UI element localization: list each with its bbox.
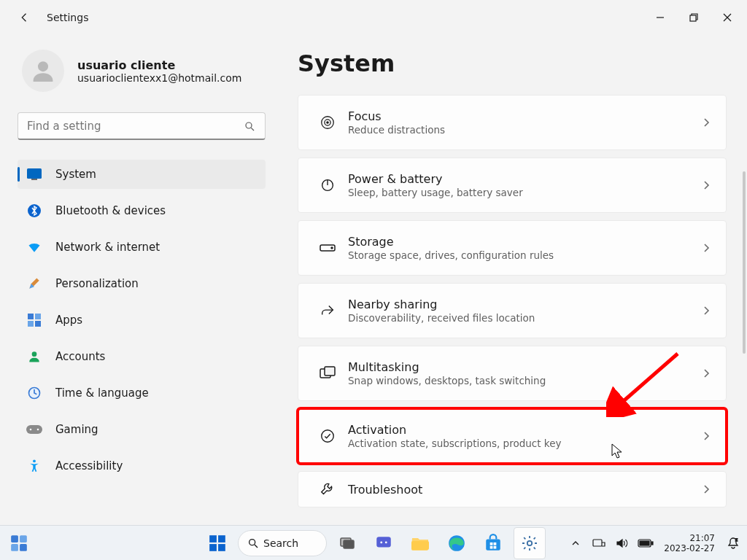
tile-multitasking[interactable]: MultitaskingSnap windows, desktops, task… — [298, 346, 727, 401]
taskbar-chat[interactable] — [368, 527, 400, 559]
search-input[interactable] — [27, 120, 240, 133]
svg-point-44 — [380, 541, 382, 543]
taskbar-explorer[interactable] — [404, 527, 436, 559]
multitasking-icon — [313, 366, 342, 381]
tray-date: 2023-02-27 — [664, 543, 715, 553]
avatar — [22, 50, 64, 92]
wifi-icon — [26, 239, 42, 255]
troubleshoot-icon — [313, 481, 342, 497]
content-panel: System FocusReduce distractions Power & … — [277, 35, 747, 525]
nav-label: Gaming — [55, 423, 98, 436]
svg-rect-12 — [28, 321, 34, 327]
tile-title: Power & battery — [348, 172, 700, 186]
close-button[interactable] — [711, 6, 744, 29]
nav-item-system[interactable]: System — [18, 160, 266, 189]
taskbar-store[interactable] — [477, 527, 509, 559]
nav-item-apps[interactable]: Apps — [18, 306, 266, 335]
tile-focus[interactable]: FocusReduce distractions — [298, 95, 727, 150]
svg-point-5 — [246, 122, 252, 128]
clock-globe-icon — [26, 385, 42, 401]
tray-battery-icon[interactable] — [638, 535, 654, 551]
tile-storage[interactable]: StorageStorage space, drives, configurat… — [298, 220, 727, 276]
svg-line-40 — [255, 545, 258, 548]
svg-rect-42 — [344, 540, 354, 548]
svg-point-22 — [327, 122, 328, 123]
nav-label: Personalization — [55, 277, 139, 290]
tray-notifications-icon[interactable]: z — [725, 535, 741, 551]
nav-label: Bluetooth & devices — [55, 204, 166, 217]
widgets-button[interactable] — [3, 527, 35, 559]
page-title: System — [298, 50, 727, 77]
tray-volume-icon[interactable] — [614, 535, 630, 551]
svg-point-19 — [33, 459, 36, 462]
power-icon — [313, 177, 342, 193]
svg-line-6 — [251, 128, 254, 131]
tile-desc: Reduce distractions — [348, 124, 700, 136]
start-button[interactable] — [201, 527, 233, 559]
tile-desc: Activation state, subscriptions, product… — [348, 438, 700, 449]
taskbar-edge[interactable] — [441, 527, 473, 559]
svg-rect-10 — [28, 314, 34, 319]
tile-title: Troubleshoot — [348, 483, 700, 497]
svg-rect-57 — [640, 541, 649, 545]
tile-desc: Storage space, drives, configuration rul… — [348, 249, 700, 261]
nav-label: Network & internet — [55, 241, 160, 254]
svg-rect-56 — [651, 542, 653, 545]
svg-point-18 — [37, 429, 39, 431]
nav-item-network[interactable]: Network & internet — [18, 233, 266, 262]
svg-rect-51 — [490, 545, 493, 548]
tile-desc: Snap windows, desktops, task switching — [348, 375, 700, 386]
accessibility-icon — [26, 458, 42, 474]
chevron-right-icon — [700, 368, 713, 378]
svg-point-4 — [38, 61, 48, 71]
tile-troubleshoot[interactable]: Troubleshoot — [298, 471, 727, 508]
svg-rect-46 — [411, 541, 429, 550]
tile-power-battery[interactable]: Power & batterySleep, battery usage, bat… — [298, 158, 727, 213]
taskbar-search[interactable]: Search — [238, 530, 327, 556]
chevron-right-icon — [700, 431, 713, 441]
svg-rect-28 — [325, 367, 335, 376]
display-icon — [26, 166, 42, 182]
nav-item-gaming[interactable]: Gaming — [18, 415, 266, 444]
svg-rect-32 — [20, 535, 27, 542]
taskbar-settings[interactable] — [514, 527, 546, 559]
tray-network-icon[interactable] — [591, 535, 607, 551]
maximize-button[interactable] — [677, 6, 711, 29]
nav-item-accessibility[interactable]: Accessibility — [18, 451, 266, 481]
svg-point-53 — [527, 540, 532, 545]
search-box[interactable] — [18, 112, 266, 140]
tile-nearby-sharing[interactable]: Nearby sharingDiscoverability, received … — [298, 283, 727, 338]
sidebar: usuario cliente usuarioclientexx1@hotmai… — [0, 35, 277, 525]
svg-rect-49 — [490, 542, 493, 545]
user-header[interactable]: usuario cliente usuarioclientexx1@hotmai… — [18, 50, 270, 92]
tile-title: Storage — [348, 235, 700, 249]
settings-list: FocusReduce distractions Power & battery… — [298, 95, 727, 512]
taskbar: Search 21:07 2023-02-27 z — [0, 525, 747, 560]
minimize-button[interactable] — [643, 6, 677, 29]
tray-overflow[interactable] — [568, 535, 584, 551]
back-button[interactable] — [12, 4, 38, 31]
svg-rect-50 — [494, 542, 497, 545]
gamepad-icon — [26, 421, 42, 438]
titlebar: Settings — [0, 0, 747, 35]
nav-item-accounts[interactable]: Accounts — [18, 342, 266, 371]
nav-item-personalization[interactable]: Personalization — [18, 269, 266, 298]
search-icon — [247, 537, 259, 549]
sidebar-scrollbar[interactable] — [743, 171, 746, 478]
svg-rect-52 — [494, 545, 497, 548]
person-icon — [26, 349, 42, 365]
svg-point-17 — [30, 429, 32, 431]
bluetooth-icon — [26, 203, 42, 219]
tray-time: 21:07 — [664, 533, 715, 543]
chevron-right-icon — [700, 243, 713, 253]
svg-point-45 — [385, 541, 387, 543]
task-view-button[interactable] — [331, 527, 363, 559]
svg-rect-43 — [376, 537, 391, 547]
svg-rect-1 — [690, 15, 696, 21]
tray-clock[interactable]: 21:07 2023-02-27 — [661, 533, 718, 553]
nav-item-time-language[interactable]: Time & language — [18, 378, 266, 408]
nav-item-bluetooth[interactable]: Bluetooth & devices — [18, 196, 266, 225]
apps-icon — [26, 312, 42, 328]
tile-activation[interactable]: ActivationActivation state, subscription… — [298, 408, 727, 464]
svg-rect-8 — [31, 179, 37, 180]
